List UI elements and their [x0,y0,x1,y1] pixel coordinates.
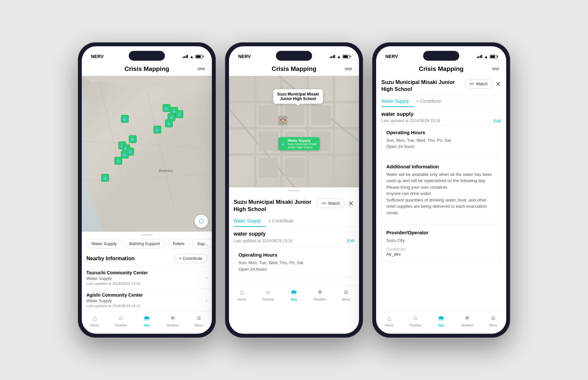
tooltip-line1: Suzu Municipal Misaki [277,92,319,96]
svg-line-2 [82,141,212,148]
detail-header-2: Suzu Municipal Misaki Junior High School… [229,195,359,216]
watch-button-2[interactable]: 👓 Watch [316,199,345,208]
provider-text: Suzu City [386,237,496,244]
app-title-2: Crisis Mapping [272,65,316,73]
status-icons-3: ▲ [477,54,497,59]
operating-card-3: Operating Hours Sun, Mon, Tue, Wed, Thu,… [381,125,501,155]
map-marker-6[interactable]: 💧 [153,126,161,134]
app-title-1: Crisis Mapping [124,65,169,73]
content-area-2: water supply Last updated at 2024/08/29 … [229,227,359,285]
chevron-icon-1: › [206,275,207,281]
app-header-3: Crisis Mapping 👓 [376,63,506,76]
tab-contribute-2[interactable]: + Contribute [268,216,298,227]
bottom-nav-1: ⌂ Home ○ Timeline 🌧 Map ☀ Weather ≡ Menu [82,311,212,334]
panel-handle-1 [141,234,153,236]
glasses-icon-1[interactable]: 👓 [197,65,205,73]
map-area-1[interactable]: Anamizu 💧 💧 💧 💧 💧 💧 💧 💧 💧 💧 💧 💧 💧 💧 ⬡ [82,76,212,232]
nav-timeline-3[interactable]: ○Timeline [407,314,423,327]
map-marker-12[interactable]: 💧 [114,157,122,165]
svg-rect-15 [259,132,278,151]
app-header-1: Crisis Mapping 👓 [82,63,212,76]
additional-title: Additional Information [386,164,496,169]
nav-menu-3[interactable]: ≡Menu [485,314,501,327]
nav-timeline-1[interactable]: ○ Timeline [113,314,129,327]
nav-map-3[interactable]: 🌧Map [433,314,449,327]
signal-icon-2 [330,55,335,58]
nav-map-label-1: Map [144,324,150,327]
glasses-icon-3[interactable]: 👓 [491,65,500,73]
nav-menu-2[interactable]: ≡Menu [338,288,354,301]
menu-icon-2: ≡ [344,288,348,297]
chip-water-supply[interactable]: Water Supply [86,239,122,248]
school-marker[interactable]: 🏫 [278,116,287,125]
nav-menu-1[interactable]: ≡ Menu [191,314,207,327]
map-marker-1[interactable]: 💧 [163,104,170,112]
map-marker-3[interactable]: 💧 [175,110,183,118]
nav-timeline-2[interactable]: ○Timeline [260,288,276,301]
anamizu-label: Anamizu [159,169,173,173]
dynamic-island-3 [423,51,459,61]
tabs-3: Water Supply + Contribute [381,96,501,107]
map-layer-button[interactable]: ⬡ [195,215,208,228]
phone3-last-updated: Last updated at 2024/08/29 19:16 [381,118,441,123]
nav-weather-2[interactable]: ☀Weather [312,288,328,301]
list-item-2[interactable]: Agishi Community Center Water Supply Las… [82,289,212,311]
tab-water-supply-3[interactable]: Water Supply [381,96,414,107]
nav-map-2[interactable]: 🌧Map [286,288,302,301]
svg-rect-20 [285,158,305,178]
tab-contribute-3[interactable]: + Contribute [416,96,446,107]
chip-toilets[interactable]: Toilets [168,239,190,248]
nav-home-1[interactable]: ⌂ Home [87,314,103,327]
map-marker-13[interactable]: 💧 [101,174,109,182]
operating-text-3: Sun, Mon, Tue, Wed, Thu, Fri, SatOpen 24… [386,137,496,150]
tab-water-supply-2[interactable]: Water Supply [234,216,266,227]
watch-icon-2: 👓 [321,201,327,206]
watch-label-3: Watch [476,81,488,86]
contribute-button-1[interactable]: + Contribute [174,254,207,263]
nav-weather-label-1: Weather [167,324,179,327]
nav-map-1[interactable]: 🌧 Map [139,314,155,327]
phone3-title: Suzu Municipal Misaki Junior High School [381,79,464,93]
map-marker-7[interactable]: 💧 [129,135,137,143]
glasses-icon-2[interactable]: 👓 [344,65,352,73]
map-icon-1: 🌧 [143,314,150,323]
home-icon-2: ⌂ [240,288,244,297]
timeline-icon-2: ○ [266,288,270,297]
tabs-2: Water Supply + Contribute [229,216,359,227]
home-icon-3: ⌂ [387,314,391,323]
signal-icon-3 [477,55,483,58]
section-title-2: water supply [234,231,354,237]
menu-icon-3: ≡ [491,314,495,323]
map-marker-5[interactable]: 💧 [165,119,173,127]
menu-icon-1: ≡ [197,314,201,323]
nav-weather-1[interactable]: ☀ Weather [165,314,181,327]
timeline-icon-3: ○ [413,314,417,323]
signal-icon [183,55,188,58]
svg-rect-17 [311,105,331,125]
nav-home-2[interactable]: ⌂Home [234,288,250,301]
phone3-scroll: Suzu Municipal Misaki Junior High School… [376,76,506,311]
detail-title-2: Suzu Municipal Misaki Junior High School [234,199,316,213]
nav-home-3[interactable]: ⌂Home [381,314,397,327]
last-updated-2: Last updated at 2024/08/29 19:16 Edit [234,238,354,243]
nav-weather-3[interactable]: ☀Weather [459,314,475,327]
edit-link-2[interactable]: Edit [347,238,354,243]
list-item-1[interactable]: Tsuruchi Community Center Water Supply L… [82,266,212,289]
watch-button-3[interactable]: 👓 Watch [464,79,493,89]
wifi-icon-3: ▲ [484,54,488,59]
chip-bathing[interactable]: Bathing Support [124,239,165,248]
chip-more[interactable]: Sup... [192,239,212,248]
operating-text-2: Sun, Mon, Tue, Wed, Thu, Fri, SatOpen 24… [238,260,350,272]
map-marker-14[interactable]: 💧 [121,115,129,123]
weather-icon-1: ☀ [170,314,176,323]
map-area-2[interactable]: 🏫 Suzu Municipal Misaki Junior High Scho… [229,76,359,187]
timeline-icon-1: ○ [119,314,123,323]
operating-title-2: Operating Hours [238,252,350,258]
operating-title-3: Operating Hours [386,130,496,135]
close-button-2[interactable]: ✕ [348,199,354,208]
supply-marker[interactable]: 💧 Water Supply Suzu Municipal MisakiJuni… [278,137,319,150]
bottom-nav-2: ⌂Home ○Timeline 🌧Map ☀Weather ≡Menu [229,285,359,308]
edit-link-3[interactable]: Edit [494,118,501,123]
bottom-panel-1: Water Supply Bathing Support Toilets Sup… [82,232,212,311]
close-button-3[interactable]: ✕ [495,80,501,88]
